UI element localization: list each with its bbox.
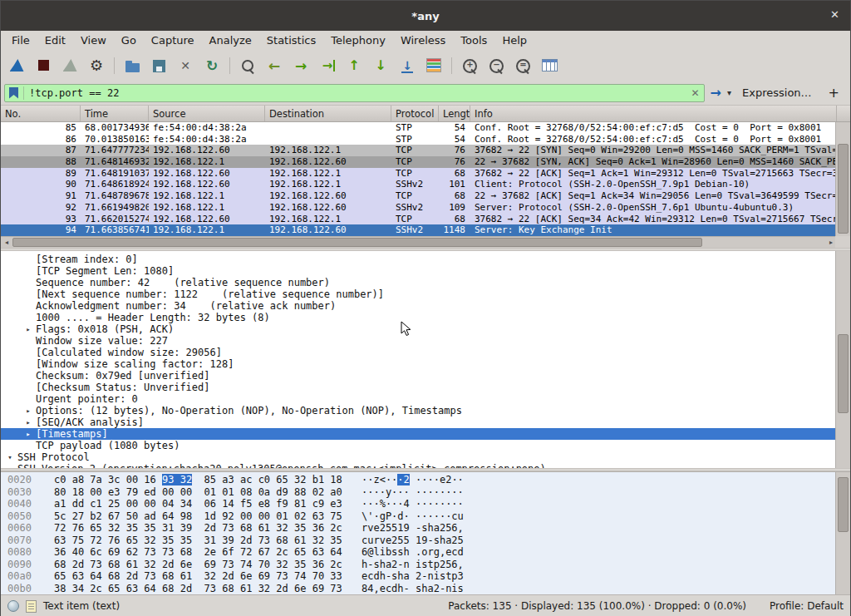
add-filter-button[interactable]: + [823,85,845,101]
menu-go[interactable]: Go [114,32,144,48]
hex-row[interactable]: 0020c0 a8 7a 3c 00 16 93 32 85 a3 ac c0 … [1,474,850,486]
toolbar-find-packet-button[interactable] [235,53,260,78]
column-header-source[interactable]: Source [149,106,265,121]
expander-icon[interactable]: ▸ [22,323,34,335]
expert-info-icon[interactable] [7,600,19,612]
menu-analyze[interactable]: Analyze [202,32,259,48]
menu-capture[interactable]: Capture [144,32,202,48]
detail-line[interactable]: Acknowledgment number: 34 (relative ack … [1,300,850,312]
toolbar-go-back-button[interactable] [262,53,287,78]
detail-line[interactable]: [Next sequence number: 1122 (relative se… [1,288,850,300]
packet-row[interactable]: 8871.648146932192.168.122.1192.168.122.6… [1,156,837,168]
detail-line[interactable]: ▸SSH Version 2 (encryption:chacha20-poly… [1,463,850,468]
details-vscroll-thumb[interactable] [838,334,849,413]
detail-line[interactable]: Window size value: 227 [1,335,850,347]
toolbar-go-first-button[interactable] [342,53,366,78]
detail-line[interactable]: [Checksum Status: Unverified] [1,382,850,393]
toolbar-zoom-reset-button[interactable] [510,53,535,78]
toolbar-go-to-packet-button[interactable] [315,53,340,78]
menu-telephony[interactable]: Telephony [323,32,393,48]
detail-line[interactable]: [Stream index: 0] [1,254,850,265]
hex-row[interactable]: 008036 40 6c 69 62 73 73 68 2e 6f 72 67 … [1,546,850,559]
column-header-time[interactable]: Time [81,106,149,121]
column-header-destination[interactable]: Destination [265,106,391,121]
toolbar-auto-scroll-button[interactable] [395,53,420,78]
toolbar-open-file-button[interactable] [120,53,145,78]
packet-list-hscrollbar[interactable]: ◂ ▸ [1,236,837,248]
menu-view[interactable]: View [73,32,114,48]
expander-icon[interactable]: ▸ [22,428,34,440]
apply-filter-button[interactable]: → [709,85,723,101]
detail-line[interactable]: ▸Options: (12 bytes), No-Operation (NOP)… [1,405,850,416]
hex-row[interactable]: 00a065 63 64 68 2d 73 68 61 32 2d 6e 69 … [1,570,850,583]
packet-row[interactable]: 9171.648789678192.168.122.1192.168.122.6… [1,190,837,202]
column-header-no[interactable]: No. [1,106,81,121]
detail-line[interactable]: 1000 .... = Header Length: 32 bytes (8) [1,312,850,323]
packet-row[interactable]: 8971.648191037192.168.122.60192.168.122.… [1,168,837,180]
menu-help[interactable]: Help [494,32,534,48]
hex-row[interactable]: 00b038 34 2c 65 63 64 68 2d 73 68 61 32 … [1,583,850,595]
toolbar-start-capture-button[interactable] [4,53,29,78]
detail-line[interactable]: Checksum: 0x79ed [unverified] [1,370,850,382]
toolbar-reload-button[interactable] [199,53,224,78]
toolbar-zoom-in-button[interactable] [457,53,482,78]
toolbar-stop-capture-button[interactable] [31,53,56,78]
close-button[interactable]: ✕ [830,9,839,20]
hscroll-left-arrow-icon[interactable]: ◂ [1,237,12,248]
packet-row[interactable]: 8568.001734936fe:54:00:d4:38:2aSTP54Conf… [1,122,837,134]
capture-comment-icon[interactable] [26,600,37,613]
detail-line[interactable]: [Calculated window size: 29056] [1,347,850,358]
hex-vscrollbar[interactable] [835,472,850,594]
detail-line[interactable]: ▸Flags: 0x018 (PSH, ACK) [1,323,850,335]
expander-icon[interactable]: ▸ [22,405,34,416]
toolbar-go-last-button[interactable] [368,53,393,78]
detail-line[interactable]: [TCP Segment Len: 1080] [1,265,850,277]
packet-list-hscroll-thumb[interactable] [12,238,702,247]
display-filter-field[interactable]: !tcp.port == 22 ✕ [4,84,705,102]
packet-list-vscroll-thumb[interactable] [838,144,849,234]
menu-wireless[interactable]: Wireless [393,32,453,48]
hex-row[interactable]: 0040a1 dd c1 25 00 00 04 34 06 14 f5 e8 … [1,498,850,510]
toolbar-close-file-button[interactable] [173,53,198,78]
clear-filter-icon[interactable]: ✕ [691,87,700,99]
detail-line[interactable]: Urgent pointer: 0 [1,393,850,405]
hex-row[interactable]: 00505c 27 b2 67 50 ad 64 98 1d 92 00 00 … [1,510,850,523]
toolbar-colorize-button[interactable] [421,53,446,78]
detail-line[interactable]: Sequence number: 42 (relative sequence n… [1,277,850,288]
bookmark-icon[interactable] [9,87,18,99]
toolbar-resize-columns-button[interactable] [537,53,562,78]
column-header-length[interactable]: Length [439,106,470,121]
detail-line[interactable]: ▸[SEQ/ACK analysis] [1,416,850,428]
detail-line[interactable]: ▸[Timestamps] [1,428,850,440]
menu-edit[interactable]: Edit [37,32,73,48]
toolbar-go-forward-button[interactable] [288,53,313,78]
detail-line[interactable]: ▾SSH Protocol [1,451,850,463]
expression-button[interactable]: Expression… [735,86,819,99]
column-header-info[interactable]: Info [470,106,837,121]
menu-tools[interactable]: Tools [453,32,494,48]
toolbar-restart-capture-button[interactable] [57,53,82,78]
expander-icon[interactable]: ▸ [22,416,34,428]
packet-row[interactable]: 9471.663856741192.168.122.1192.168.122.6… [1,224,837,236]
detail-line[interactable]: TCP payload (1080 bytes) [1,440,850,451]
expander-icon[interactable]: ▾ [4,451,16,463]
hex-row[interactable]: 007063 75 72 76 65 32 35 35 31 39 2d 73 … [1,535,850,547]
menu-file[interactable]: File [4,32,37,48]
detail-line[interactable]: [Window size scaling factor: 128] [1,358,850,370]
packet-row[interactable]: 9271.661949820192.168.122.1192.168.122.6… [1,202,837,214]
packet-row[interactable]: 8771.647777234192.168.122.60192.168.122.… [1,145,837,156]
hex-row[interactable]: 003080 18 00 e3 79 ed 00 00 01 01 08 0a … [1,486,850,499]
display-filter-input[interactable]: !tcp.port == 22 [29,87,686,99]
status-profile[interactable]: Profile: Default [770,600,844,612]
packet-list-vscrollbar[interactable] [835,122,850,236]
details-vscrollbar[interactable] [835,251,850,468]
hex-row[interactable]: 006072 76 65 32 35 35 31 39 2d 73 68 61 … [1,522,850,535]
hex-vscroll-thumb[interactable] [838,477,849,532]
menu-statistics[interactable]: Statistics [259,32,323,48]
packet-row[interactable]: 8670.013850163fe:54:00:d4:38:2aSTP54Conf… [1,134,837,145]
packet-row[interactable]: 9371.662015274192.168.122.60192.168.122.… [1,214,837,225]
toolbar-zoom-out-button[interactable] [484,53,509,78]
filter-dropdown-caret[interactable]: ▾ [727,88,731,97]
packet-row[interactable]: 9071.648618924192.168.122.60192.168.122.… [1,179,837,190]
hex-row[interactable]: 009068 2d 73 68 61 32 2d 6e 69 73 74 70 … [1,559,850,571]
